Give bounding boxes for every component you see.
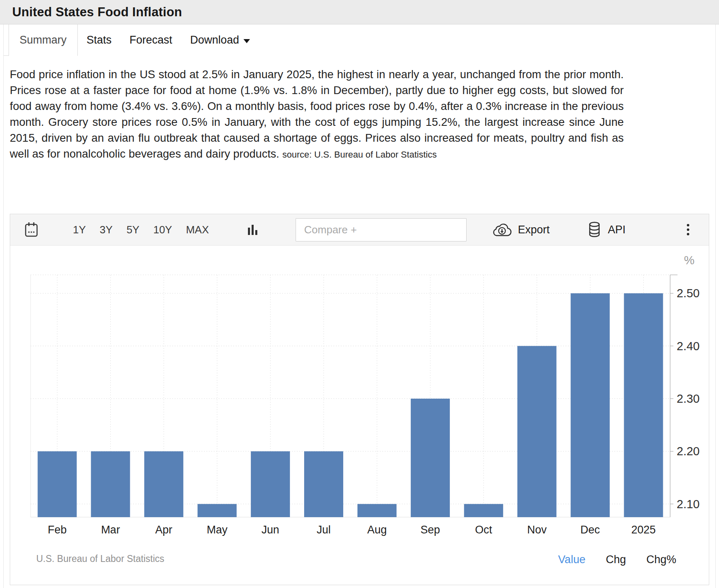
- chart-source-label: U.S. Bureau of Labor Statistics: [36, 553, 164, 564]
- bar-Feb[interactable]: [37, 451, 77, 517]
- column-chart-icon: [247, 223, 259, 236]
- tab-forecast-label: Forecast: [129, 34, 172, 46]
- chart-type-button[interactable]: [247, 223, 259, 236]
- xtick-label-Jun: Jun: [261, 524, 279, 536]
- xtick-label-Feb: Feb: [48, 524, 67, 536]
- calendar-icon: [24, 221, 39, 238]
- more-options-button[interactable]: [687, 224, 689, 235]
- tab-download[interactable]: Download: [181, 24, 259, 56]
- tab-bar-leading-border: [4, 24, 9, 56]
- kebab-menu-icon: [687, 233, 689, 235]
- bar-Apr[interactable]: [144, 451, 183, 517]
- api-label: API: [608, 224, 626, 236]
- tab-summary[interactable]: Summary: [9, 24, 78, 56]
- tab-stats[interactable]: Stats: [78, 24, 121, 56]
- ytick-label: 2.50: [677, 287, 699, 300]
- xtick-label-Apr: Apr: [155, 524, 172, 536]
- cloud-download-icon: [492, 222, 512, 237]
- bar-Nov[interactable]: [517, 346, 557, 517]
- y-axis-unit-label: %: [684, 254, 695, 267]
- ytick-label: 2.30: [677, 392, 699, 405]
- chart-canvas: 2.102.202.302.402.50%FebMarAprMayJunJulA…: [10, 246, 709, 585]
- summary-source: source: U.S. Bureau of Labor Statistics: [283, 149, 437, 160]
- chart-widget: 1Y 3Y 5Y 10Y MAX: [10, 214, 709, 585]
- ytick-label: 2.20: [677, 445, 699, 458]
- chart-toolbar: 1Y 3Y 5Y 10Y MAX: [10, 214, 709, 246]
- page-title: United States Food Inflation: [12, 5, 182, 20]
- xtick-label-2025: 2025: [631, 524, 656, 536]
- bar-May[interactable]: [197, 504, 237, 517]
- kebab-menu-icon: [687, 228, 689, 231]
- range-selector: 1Y 3Y 5Y 10Y MAX: [73, 224, 209, 236]
- xtick-label-Aug: Aug: [367, 524, 387, 536]
- export-label: Export: [518, 224, 550, 236]
- tab-stats-label: Stats: [87, 34, 112, 46]
- xtick-label-Mar: Mar: [101, 524, 120, 536]
- range-5y[interactable]: 5Y: [127, 224, 140, 236]
- compare-input[interactable]: [296, 218, 467, 241]
- bar-Aug[interactable]: [357, 504, 397, 517]
- inflation-bar-chart: 2.102.202.302.402.50%FebMarAprMayJunJulA…: [10, 246, 709, 585]
- summary-paragraph: Food price inflation in the US stood at …: [10, 66, 709, 162]
- tab-summary-label: Summary: [20, 34, 67, 46]
- chart-mode-links: Value Chg Chg%: [558, 553, 676, 566]
- tab-bar: Summary Stats Forecast Download: [4, 24, 715, 56]
- range-3y[interactable]: 3Y: [100, 224, 113, 236]
- xtick-label-Dec: Dec: [581, 524, 600, 536]
- bar-Jun[interactable]: [251, 451, 290, 517]
- xtick-label-Nov: Nov: [527, 524, 547, 536]
- tab-forecast[interactable]: Forecast: [121, 24, 181, 56]
- bar-2025[interactable]: [624, 293, 663, 517]
- kebab-menu-icon: [687, 224, 689, 226]
- bar-Jul[interactable]: [304, 451, 343, 517]
- page-header: United States Food Inflation: [0, 0, 719, 24]
- bar-Mar[interactable]: [91, 451, 130, 517]
- ytick-label: 2.10: [677, 498, 699, 511]
- tab-download-label: Download: [190, 34, 239, 46]
- range-10y[interactable]: 10Y: [153, 224, 172, 236]
- xtick-label-Oct: Oct: [475, 524, 493, 536]
- api-button[interactable]: API: [587, 221, 626, 238]
- database-icon: [587, 221, 601, 238]
- export-button[interactable]: Export: [492, 222, 550, 237]
- range-max[interactable]: MAX: [186, 224, 209, 236]
- calendar-button[interactable]: [24, 221, 39, 238]
- mode-chgpct-link[interactable]: Chg%: [646, 553, 676, 566]
- range-1y[interactable]: 1Y: [73, 224, 86, 236]
- bar-Sep[interactable]: [411, 399, 450, 517]
- xtick-label-Sep: Sep: [421, 524, 440, 536]
- summary-text: Food price inflation in the US stood at …: [10, 68, 624, 160]
- xtick-label-Jul: Jul: [317, 524, 331, 536]
- mode-chg-link[interactable]: Chg: [606, 553, 626, 566]
- caret-down-icon: [243, 39, 250, 43]
- mode-value-link[interactable]: Value: [558, 553, 585, 566]
- bar-Dec[interactable]: [571, 293, 610, 517]
- ytick-label: 2.40: [677, 340, 699, 353]
- xtick-label-May: May: [207, 524, 228, 536]
- bar-Oct[interactable]: [464, 504, 503, 517]
- page-frame: Summary Stats Forecast Download Food pri…: [3, 24, 716, 588]
